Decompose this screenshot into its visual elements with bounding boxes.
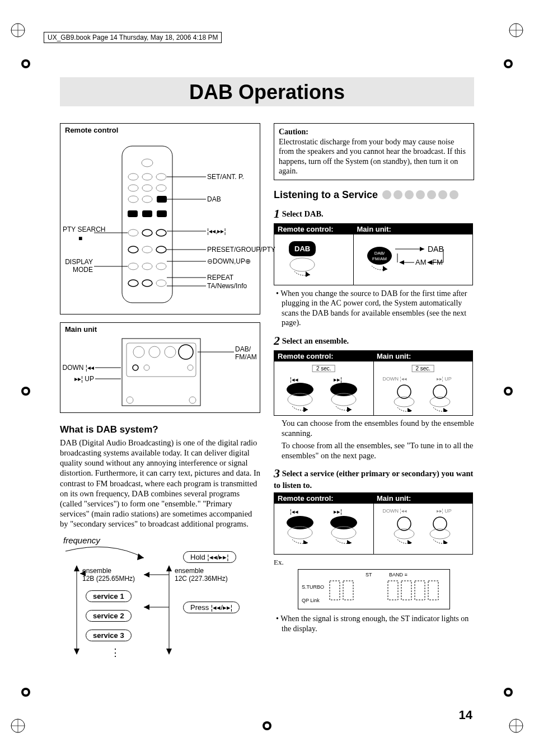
pill-service3: service 3 bbox=[86, 630, 132, 641]
print-mark-icon bbox=[18, 56, 34, 72]
svg-point-106 bbox=[287, 516, 313, 529]
label-stop: ■ bbox=[78, 234, 82, 242]
svg-marker-98 bbox=[303, 407, 308, 412]
svg-point-5 bbox=[506, 62, 510, 66]
svg-marker-110 bbox=[303, 540, 308, 544]
svg-point-21 bbox=[142, 173, 152, 180]
remote-control-diagram: Remote control bbox=[60, 123, 260, 314]
svg-point-11 bbox=[24, 690, 28, 694]
step-3-number: 3 bbox=[274, 466, 280, 480]
svg-point-19 bbox=[142, 159, 153, 167]
svg-point-80 bbox=[290, 258, 315, 271]
step-3-controls: Remote control: Main unit: ¦◂◂ ▸▸¦ bbox=[274, 492, 473, 555]
svg-marker-70 bbox=[74, 649, 79, 655]
pill-hold: Hold ¦◂◂/▸▸¦ bbox=[183, 551, 236, 563]
decorative-dots-icon bbox=[382, 190, 458, 199]
step-1-note: • When you change the source to DAB for … bbox=[282, 289, 474, 328]
print-mark-icon bbox=[10, 22, 26, 38]
lcd-display: ST BAND ≡ S.TURBO QP Link bbox=[298, 569, 450, 609]
svg-point-39 bbox=[142, 263, 152, 270]
example-label: Ex. bbox=[274, 558, 474, 567]
step-2-main-hdr: Main unit: bbox=[373, 350, 473, 361]
lcd-st: ST bbox=[366, 572, 372, 577]
frequency-diagram: frequency Hold ¦◂◂/▸▸¦ ensemble 12B (225… bbox=[60, 534, 259, 669]
svg-rect-30 bbox=[142, 210, 152, 217]
svg-point-113 bbox=[433, 517, 447, 530]
label-set-ant: SET/ANT. P. bbox=[207, 173, 244, 181]
svg-point-55 bbox=[133, 346, 144, 358]
caution-box: Caution: Electrostatic discharge from yo… bbox=[274, 123, 474, 180]
print-mark-icon bbox=[18, 684, 34, 700]
step-2-text: Select an ensemble. bbox=[282, 336, 349, 345]
label-display-mode: DISPLAY MODE bbox=[65, 258, 93, 274]
svg-point-94 bbox=[287, 383, 313, 396]
svg-rect-119 bbox=[343, 581, 353, 600]
svg-point-40 bbox=[156, 263, 166, 270]
print-mark-icon bbox=[508, 22, 524, 38]
svg-rect-118 bbox=[330, 581, 340, 600]
book-info: UX_GB9.book Page 14 Thursday, May 18, 20… bbox=[44, 32, 222, 43]
svg-point-82 bbox=[367, 247, 392, 265]
step-3-main-hdr: Main unit: bbox=[373, 493, 473, 504]
label-prev-next: ¦◂◂,▸▸¦ bbox=[207, 227, 226, 235]
svg-point-23 bbox=[128, 185, 138, 191]
svg-point-95 bbox=[330, 383, 357, 396]
svg-rect-54 bbox=[127, 343, 196, 377]
svg-marker-72 bbox=[166, 565, 172, 571]
svg-point-57 bbox=[165, 346, 176, 358]
print-mark-icon bbox=[259, 718, 275, 734]
body-what-is-dab: DAB (Digital Audio Broadcasting) is one … bbox=[60, 438, 260, 529]
svg-point-3 bbox=[24, 62, 28, 66]
svg-point-61 bbox=[188, 365, 193, 370]
svg-point-58 bbox=[179, 345, 193, 359]
remote-box-title: Remote control bbox=[65, 126, 118, 134]
print-mark-icon bbox=[500, 383, 516, 399]
step-3: 3 Select a service (either primary or se… bbox=[274, 466, 474, 490]
lcd-qplink: QP Link bbox=[302, 598, 320, 603]
svg-point-32 bbox=[128, 229, 138, 236]
label-down: DOWN ¦◂◂ bbox=[60, 364, 94, 372]
svg-marker-85 bbox=[383, 266, 387, 271]
svg-point-56 bbox=[149, 346, 160, 358]
svg-marker-73 bbox=[166, 649, 172, 655]
svg-point-107 bbox=[330, 516, 357, 529]
svg-rect-31 bbox=[157, 210, 167, 217]
step-1-text: Select DAB. bbox=[282, 209, 324, 218]
section-heading: Listening to a Service bbox=[274, 189, 378, 201]
label-down-up: ⊖DOWN,UP⊕ bbox=[207, 257, 251, 265]
print-mark-icon bbox=[508, 718, 524, 734]
label-pty-search: PTY SEARCH bbox=[63, 226, 93, 233]
step-2-controls: Remote control: Main unit: 2 sec. ¦◂◂ ▸▸… bbox=[274, 350, 473, 416]
step-1-number: 1 bbox=[274, 206, 280, 220]
label-preset-group-pty: PRESET/GROUP/PTY bbox=[207, 246, 275, 253]
svg-rect-121 bbox=[401, 581, 411, 600]
step-2-note2: To choose from all the ensembles, see "T… bbox=[282, 440, 474, 461]
lcd-sturbo: S.TURBO bbox=[302, 584, 324, 590]
step-3-text: Select a service (either primary or seco… bbox=[274, 469, 473, 490]
svg-point-33 bbox=[142, 229, 152, 236]
print-mark-icon bbox=[500, 684, 516, 700]
svg-point-41 bbox=[128, 280, 138, 287]
svg-point-59 bbox=[133, 365, 138, 370]
svg-marker-90 bbox=[427, 260, 432, 265]
step-1: 1 Select DAB. bbox=[274, 206, 474, 221]
svg-point-101 bbox=[433, 385, 447, 398]
svg-rect-122 bbox=[415, 581, 425, 600]
step-1-remote-hdr: Remote control: bbox=[274, 223, 354, 234]
svg-point-112 bbox=[397, 517, 411, 530]
svg-point-13 bbox=[506, 690, 510, 694]
svg-point-63 bbox=[189, 397, 196, 403]
svg-marker-81 bbox=[306, 271, 310, 277]
page-number: 14 bbox=[459, 708, 472, 722]
svg-marker-75 bbox=[144, 572, 149, 577]
svg-point-34 bbox=[156, 229, 166, 236]
mainunit-box-title: Main unit bbox=[65, 325, 97, 334]
svg-rect-53 bbox=[122, 339, 200, 406]
example-note: • When the signal is strong enough, the … bbox=[282, 614, 474, 633]
svg-marker-99 bbox=[347, 407, 352, 412]
flow-fm: FM bbox=[432, 258, 443, 266]
step-3-remote-hdr: Remote control: bbox=[274, 493, 374, 504]
print-mark-icon bbox=[10, 718, 26, 734]
step-1-controls: Remote control: Main unit: DAB bbox=[274, 223, 473, 285]
svg-marker-111 bbox=[347, 540, 352, 544]
